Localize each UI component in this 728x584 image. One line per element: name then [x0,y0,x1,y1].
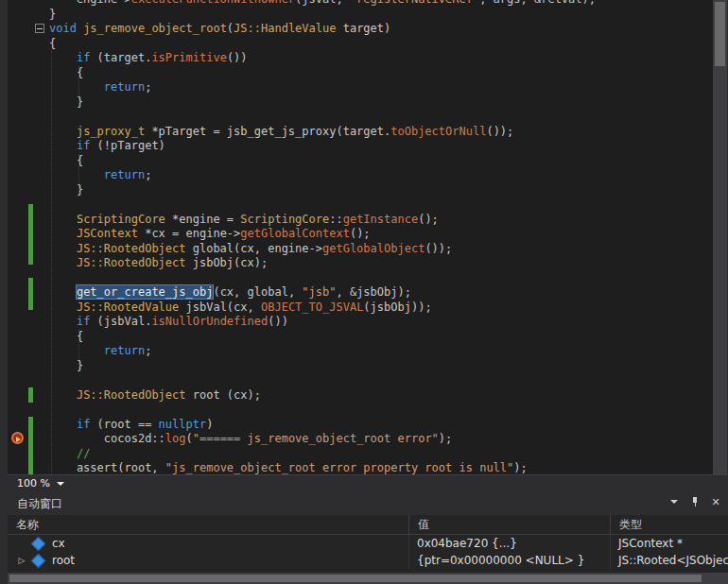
code-line[interactable]: JSContext *cx = engine->getGlobalContext… [49,227,713,242]
code-token [49,315,77,328]
code-token [49,139,77,152]
code-line[interactable] [49,403,713,418]
code-token: (!pTarget) [90,139,165,152]
code-token: (target. [90,51,151,64]
code-line[interactable]: return; [49,344,713,359]
autos-row[interactable]: cx0x04bae720 {...}JSContext * [8,535,728,552]
code-token: js_remove_object_root [83,22,227,35]
code-token: nullptr [159,418,207,431]
code-line[interactable]: return; [49,168,713,183]
code-token: ; [145,168,151,181]
code-token: getGlobalContext [240,227,350,240]
code-token [49,418,77,431]
code-line[interactable]: { [49,37,713,52]
code-token: js_proxy_t [77,125,145,138]
code-line[interactable]: // [49,447,713,462]
code-text[interactable]: engine->executeFunctionWithOwner(jsval, … [49,0,713,474]
zoom-level: 100 % [17,477,50,490]
code-line[interactable]: JS::RootedValue jsbVal(cx, OBJECT_TO_JSV… [49,301,713,316]
breakpoint-margin[interactable] [8,0,28,474]
code-token: JS::RootedObject [77,256,186,269]
code-token: "js_remove_object_root error property ro… [165,461,513,474]
code-token: return [104,344,145,357]
autos-title: 自动窗口 [17,496,62,512]
code-line[interactable]: } [49,183,713,198]
code-token [49,447,77,460]
code-line[interactable]: { [49,154,713,169]
code-token: JS::RootedObject [77,388,186,402]
code-token: ()); [425,242,452,255]
code-token: if [77,139,90,152]
code-token: log [165,432,186,445]
chevron-down-icon [57,482,64,486]
code-line[interactable]: return; [49,80,713,95]
code-line[interactable]: engine->executeFunctionWithOwner(jsval, … [49,0,713,8]
autos-title-bar[interactable]: 自动窗口 ✕ [8,490,728,515]
variable-value[interactable]: 0x04bae720 {...} [408,535,610,552]
code-token [49,213,77,226]
code-token [49,285,77,299]
code-token: if [77,51,90,64]
code-token: return [104,80,145,94]
code-line[interactable] [49,198,713,213]
vertical-scrollbar[interactable] [713,0,727,474]
code-line[interactable] [49,373,713,388]
code-line[interactable]: cocos2d::log("====== js_remove_object_ro… [49,432,713,447]
code-line[interactable]: void js_remove_object_root(JS::HandleVal… [49,22,713,37]
code-token: (jsbObj)); [363,301,431,314]
breakpoint-current-icon[interactable] [11,432,24,444]
code-line[interactable]: JS::RootedObject jsbObj(cx); [49,256,713,271]
autos-column-headers: 名称 值 类型 [8,515,728,535]
column-header-value[interactable]: 值 [408,515,610,534]
code-token: getInstance [343,213,418,226]
code-line[interactable]: js_proxy_t *pTarget = jsb_get_js_proxy(t… [49,125,713,140]
column-header-name[interactable]: 名称 [8,515,408,534]
fold-collapse-icon[interactable] [35,24,44,33]
window-position-icon[interactable] [667,495,681,508]
code-line[interactable]: { [49,330,713,345]
code-token: root (cx); [186,388,261,402]
expand-arrow-icon[interactable]: ▷ [15,556,28,565]
code-line[interactable]: JS::RootedObject global(cx, engine->getG… [49,242,713,257]
code-line[interactable]: get_or_create_js_obj(cx, global, "jsb", … [49,285,713,301]
variable-icon [31,536,46,551]
pin-icon[interactable] [688,495,702,508]
code-line[interactable]: if (!pTarget) [49,139,713,154]
code-token: { [49,37,56,50]
scrollbar-thumb[interactable] [715,2,725,66]
code-token: } [49,183,83,197]
code-line[interactable]: if (jsbVal.isNullOrUndefined()) [49,315,713,330]
code-line[interactable]: if (root == nullptr) [49,418,713,433]
code-line[interactable]: { [49,66,713,81]
code-token: } [49,8,56,21]
change-bar [28,417,33,474]
variable-name-cell: cx [8,535,408,552]
code-line[interactable]: } [49,359,713,374]
zoom-control[interactable]: 100 % [11,476,70,490]
code-editor[interactable]: engine->executeFunctionWithOwner(jsval, … [8,0,713,474]
code-token [49,51,77,64]
code-token: :: [329,213,342,226]
code-token: "jsb" [302,285,336,299]
code-token [49,301,77,314]
code-line[interactable]: JS::RootedObject root (cx); [49,388,713,404]
code-token: (); [350,227,371,240]
code-line[interactable]: } [49,8,713,23]
code-line[interactable]: assert(root, "js_remove_object_root erro… [49,461,713,474]
code-line[interactable]: if (target.isPrimitive()) [49,51,713,66]
code-line[interactable]: } [49,95,713,111]
code-token: (root == [90,418,158,431]
column-header-type[interactable]: 类型 [610,515,728,534]
code-token: (cx, global, [213,285,302,299]
code-token: OBJECT_TO_JSVAL [261,301,363,314]
code-line[interactable] [49,271,713,286]
variable-value[interactable]: {ptr=0x00000000 <NULL> } [408,552,610,569]
close-icon[interactable]: ✕ [709,495,722,508]
code-line[interactable]: ScriptingCore *engine = ScriptingCore::g… [49,213,713,228]
autos-row[interactable]: ▷root{ptr=0x00000000 <NULL> }JS::Rooted<… [8,552,728,569]
horizontal-scrollbar[interactable] [8,573,728,584]
scrollbar-thumb[interactable] [9,575,702,582]
code-token: ; [145,80,151,94]
code-token: cocos2d:: [49,432,165,445]
code-line[interactable] [49,110,713,125]
